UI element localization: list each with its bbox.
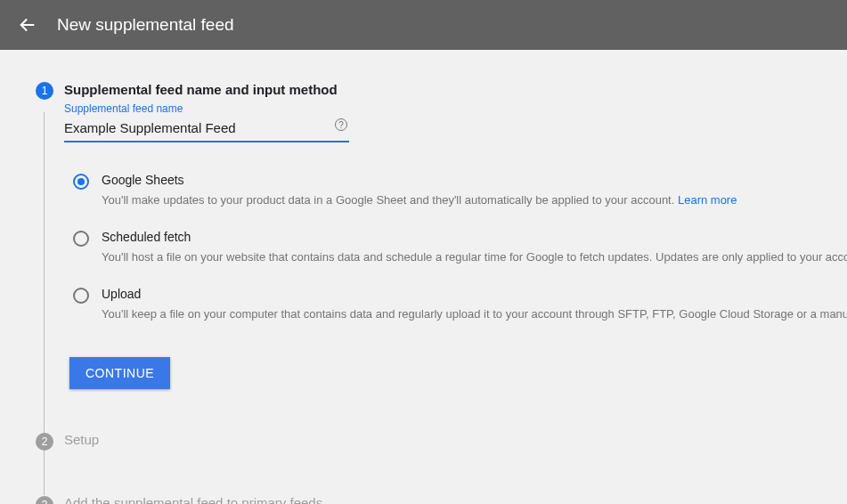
step-2: 2 Setup — [36, 432, 847, 452]
step-1-badge: 1 — [36, 82, 53, 100]
step-2-badge: 2 — [36, 433, 53, 451]
feed-name-label: Supplemental feed name — [64, 102, 847, 115]
option-desc: You'll keep a file on your computer that… — [102, 306, 847, 322]
radio-upload[interactable] — [73, 288, 89, 304]
option-title: Upload — [102, 287, 847, 301]
option-upload[interactable]: Upload You'll keep a file on your comput… — [73, 287, 847, 322]
page-title: New supplemental feed — [57, 15, 234, 35]
step-3: 3 Add the supplemental feed to primary f… — [36, 495, 847, 504]
learn-more-link[interactable]: Learn more — [678, 193, 737, 207]
input-method-options: Google Sheets You'll make updates to you… — [73, 173, 847, 323]
header: New supplemental feed — [0, 0, 847, 50]
feed-name-field-wrap: ? — [64, 117, 349, 142]
feed-name-input[interactable] — [64, 117, 349, 142]
step-3-title: Add the supplemental feed to primary fee… — [64, 495, 322, 504]
content: 1 Supplemental feed name and input metho… — [0, 50, 847, 504]
option-scheduled-fetch[interactable]: Scheduled fetch You'll host a file on yo… — [73, 230, 847, 265]
option-desc-text: You'll make updates to your product data… — [102, 193, 678, 207]
option-title: Scheduled fetch — [102, 230, 847, 244]
option-google-sheets[interactable]: Google Sheets You'll make updates to you… — [73, 173, 847, 208]
radio-scheduled-fetch[interactable] — [73, 231, 89, 247]
help-icon[interactable]: ? — [335, 118, 347, 131]
step-2-title: Setup — [64, 432, 99, 447]
radio-google-sheets[interactable] — [73, 174, 89, 190]
option-desc: You'll make updates to your product data… — [102, 192, 847, 208]
continue-button[interactable]: CONTINUE — [69, 357, 170, 389]
step-3-badge: 3 — [36, 496, 53, 504]
option-desc: You'll host a file on your website that … — [102, 249, 847, 265]
step-1: 1 Supplemental feed name and input metho… — [36, 82, 847, 389]
back-arrow-icon[interactable] — [18, 15, 37, 35]
option-title: Google Sheets — [102, 173, 847, 187]
step-1-title: Supplemental feed name and input method — [64, 82, 847, 97]
